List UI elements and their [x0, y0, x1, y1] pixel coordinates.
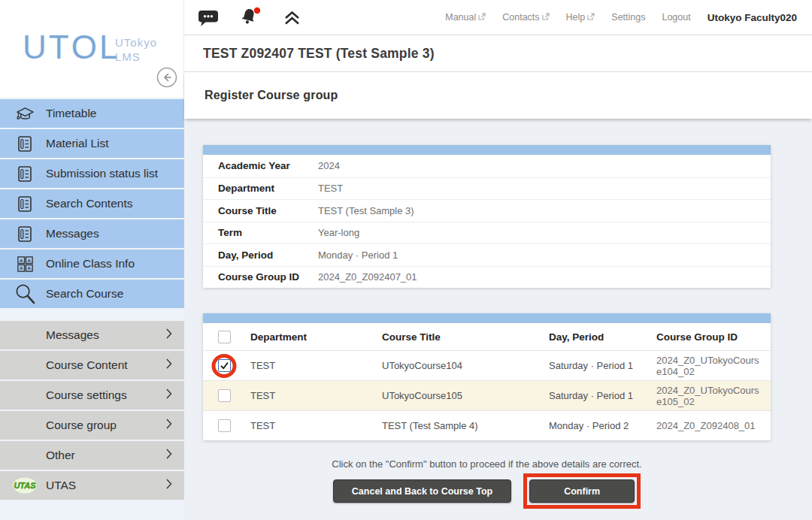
svg-text:A: A [27, 265, 31, 271]
detail-label: Academic Year [203, 160, 318, 171]
notification-badge [254, 8, 260, 14]
detail-label: Term [203, 227, 318, 238]
detail-label: Day, Period [203, 249, 318, 261]
course-group-table: Department Course Title Day, Period Cour… [203, 313, 771, 440]
topbar-links: ManualContactsHelpSettingsLogoutUtokyo F… [445, 12, 797, 23]
cell-course-group-id: 2024_Z0_UTokyoCourse104_02 [656, 355, 771, 377]
clipboard-icon [11, 135, 39, 153]
topbar-link-contacts[interactable]: Contacts [502, 12, 549, 23]
sidebar-item-utas[interactable]: UTASUTAS [0, 471, 184, 500]
detail-row-term: TermYear-long [203, 222, 771, 244]
topbar: ManualContactsHelpSettingsLogoutUtokyo F… [184, 0, 812, 35]
course-details-table: Academic Year2024DepartmentTESTCourse Ti… [203, 145, 771, 288]
grid-people-icon: AAAA [11, 255, 39, 274]
sidebar-secondary-menu: MessagesCourse ContentCourse settingsCou… [0, 321, 184, 500]
external-link-icon [542, 12, 550, 23]
checkbox-cell [203, 411, 245, 440]
topbar-link-label: Help [566, 12, 586, 23]
cell-course-title: TEST (Test Sample 4) [382, 420, 549, 431]
detail-value: 2024 [318, 160, 340, 171]
notification-bell-icon[interactable] [239, 7, 263, 28]
row-checkbox[interactable] [218, 389, 231, 402]
sidebar-item-other[interactable]: Other [0, 441, 184, 470]
column-header: Course Title [382, 331, 549, 343]
cell-course-title: UTokyoCourse104 [382, 360, 549, 371]
sidebar-item-label: Timetable [46, 107, 96, 120]
sidebar-collapse-button[interactable] [156, 67, 177, 88]
sidebar-item-label: Messages [46, 227, 99, 240]
checkbox-cell [203, 351, 245, 380]
detail-value: TEST [318, 183, 343, 194]
svg-text:A: A [19, 257, 23, 262]
detail-label: Course Group ID [203, 271, 318, 283]
chevron-right-icon [166, 358, 172, 372]
sidebar-item-label: Material List [46, 137, 109, 150]
cancel-button[interactable]: Cancel and Back to Course Top [333, 479, 511, 503]
table-row: TESTUTokyoCourse104Saturday · Period 120… [203, 350, 771, 380]
sidebar-item-search-contents[interactable]: Search Contents [0, 189, 184, 218]
clipboard-icon [11, 225, 39, 243]
detail-row-day-period: Day, PeriodMonday · Period 1 [203, 243, 771, 266]
sidebar-item-timetable[interactable]: Timetable [0, 99, 184, 128]
topbar-link-label: Manual [445, 12, 476, 23]
table-accent-bar [203, 145, 771, 155]
sidebar-item-messages[interactable]: Messages [0, 321, 184, 349]
sidebar-item-course-settings[interactable]: Course settings [0, 381, 184, 410]
topbar-icons [198, 7, 301, 28]
topbar-link-manual[interactable]: Manual [445, 12, 486, 23]
svg-text:UTAS: UTAS [14, 481, 36, 490]
sidebar-item-label: UTAS [46, 479, 76, 492]
topbar-link-logout[interactable]: Logout [662, 12, 690, 23]
utas-icon: UTAS [11, 476, 39, 494]
collapse-up-icon[interactable] [283, 10, 301, 26]
sidebar-item-search-course[interactable]: Search Course [0, 280, 184, 308]
chevron-right-icon [166, 328, 172, 342]
topbar-link-help[interactable]: Help [566, 12, 595, 23]
arrow-left-circle-icon [156, 67, 177, 88]
table-row: TESTTEST (Test Sample 4)Monday · Period … [203, 410, 771, 440]
checkbox-cell [203, 381, 245, 410]
cell-course-group-id: 2024_Z0_UTokyoCourse105_02 [656, 385, 771, 407]
column-header: Course Group ID [656, 331, 771, 343]
row-checkbox[interactable] [218, 359, 231, 372]
sidebar-item-label: Submission status list [46, 167, 158, 180]
confirm-button[interactable]: Confirm [529, 479, 635, 503]
chevron-right-icon [166, 388, 172, 402]
chevron-right-icon [166, 419, 172, 432]
cell-day-period: Monday · Period 2 [549, 420, 656, 431]
detail-value: TEST (Test Sample 3) [318, 205, 414, 216]
sidebar-item-messages[interactable]: Messages [0, 219, 184, 248]
table-row: TESTUTokyoCourse105Saturday · Period 120… [203, 380, 771, 410]
message-icon[interactable] [198, 8, 220, 27]
sidebar-item-online-class-info[interactable]: AAAAOnline Class Info [0, 249, 184, 278]
confirm-instruction-text: Click on the "Confirm" button to proceed… [203, 458, 771, 470]
select-all-checkbox[interactable] [218, 331, 231, 343]
cell-department: TEST [245, 360, 382, 371]
sidebar-item-course-content[interactable]: Course Content [0, 351, 184, 379]
utol-logo: UTOL [23, 29, 120, 66]
chevron-right-icon [166, 449, 172, 462]
logo-subtitle: UTokyo LMS [115, 35, 157, 64]
sidebar-item-label: Search Contents [46, 197, 132, 210]
row-checkbox[interactable] [218, 419, 231, 432]
topbar-link-label: Settings [611, 12, 645, 23]
sidebar-item-material-list[interactable]: Material List [0, 129, 184, 158]
sidebar-item-label: Course settings [46, 388, 127, 402]
detail-row-department: DepartmentTEST [203, 177, 771, 200]
cell-course-title: UTokyoCourse105 [382, 390, 549, 401]
course-title-bar: TEST Z092407 TEST (Test Sample 3) [184, 35, 812, 72]
user-name: Utokyo Faculty020 [707, 12, 797, 23]
content-area: Academic Year2024DepartmentTESTCourse Ti… [184, 119, 812, 520]
detail-label: Department [203, 183, 318, 194]
external-link-icon [587, 12, 595, 23]
sidebar-item-submission-status-list[interactable]: Submission status list [0, 159, 184, 188]
table-accent-bar [203, 313, 771, 323]
sidebar-item-label: Course group [46, 419, 117, 432]
sidebar-item-label: Course Content [46, 358, 128, 372]
checkbox-wrap [218, 419, 231, 432]
detail-value: Monday · Period 1 [318, 249, 398, 261]
detail-label: Course Title [203, 205, 318, 216]
topbar-link-settings[interactable]: Settings [611, 12, 645, 23]
sidebar-item-course-group[interactable]: Course group [0, 411, 184, 440]
topbar-link-label: Logout [662, 12, 690, 23]
